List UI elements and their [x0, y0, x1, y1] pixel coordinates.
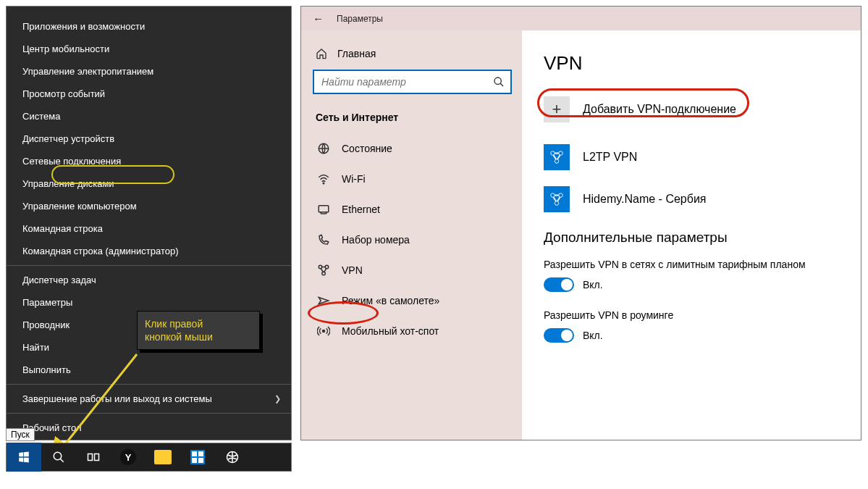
option-label: Разрешить VPN в сетях с лимитным тарифны… [544, 259, 839, 270]
titlebar: ← Параметры [301, 7, 861, 30]
sidebar-item-airplane[interactable]: Режим «в самолете» [313, 285, 519, 316]
taskbar-app-calc[interactable] [180, 443, 215, 472]
winx-item-cmd[interactable]: Командная строка [7, 217, 291, 240]
winx-item-system[interactable]: Система [7, 105, 291, 128]
taskbar: Y [6, 443, 292, 472]
browser-icon [226, 451, 239, 464]
wifi-icon [317, 172, 330, 185]
winx-item-devmgr[interactable]: Диспетчер устройств [7, 128, 291, 150]
svg-point-6 [319, 265, 322, 269]
toggle-metered[interactable]: Вкл. [544, 277, 839, 292]
winx-item-settings[interactable]: Параметры [7, 291, 291, 314]
ethernet-icon [317, 203, 330, 216]
separator [7, 265, 291, 266]
winx-item-taskmgr[interactable]: Диспетчер задач [7, 269, 291, 291]
svg-point-8 [322, 272, 326, 275]
option-label: Разрешить VPN в роуминге [544, 309, 839, 321]
winx-context-menu: Приложения и возможности Центр мобильнос… [6, 6, 292, 440]
winx-item-mobility[interactable]: Центр мобильности [7, 38, 291, 60]
toggle-state: Вкл. [583, 279, 603, 291]
svg-point-16 [54, 452, 62, 460]
vpn-connection-item[interactable]: Hidemy.Name - Сербия [544, 186, 839, 212]
winx-item-explorer[interactable]: Проводник [7, 314, 291, 336]
svg-point-12 [555, 159, 559, 164]
nav-label: Мобильный хот-спот [342, 325, 439, 337]
sidebar-item-ethernet[interactable]: Ethernet [313, 194, 519, 225]
start-button[interactable] [7, 443, 41, 472]
svg-point-10 [551, 151, 555, 156]
hotspot-icon [317, 325, 330, 338]
nav-label: Набор номера [342, 234, 410, 246]
airplane-icon [317, 294, 330, 307]
folder-icon [154, 450, 172, 464]
nav-label: Режим «в самолете» [342, 295, 439, 306]
add-vpn-label: Добавить VPN-подключение [583, 103, 736, 116]
calculator-icon [190, 450, 205, 464]
nav-label: Wi-Fi [342, 173, 366, 185]
winx-item-power[interactable]: Управление электропитанием [7, 60, 291, 83]
window-title: Параметры [337, 14, 383, 24]
taskbar-app-explorer[interactable] [146, 443, 180, 472]
toggle-track [544, 277, 574, 292]
yandex-icon: Y [120, 449, 136, 465]
taskbar-app-browser[interactable] [215, 443, 250, 472]
vpn-connection-icon [544, 186, 570, 212]
sidebar-item-hotspot[interactable]: Мобильный хот-спот [313, 316, 519, 346]
settings-content: VPN + Добавить VPN-подключение L2TP VPN … [522, 30, 861, 440]
search-icon [493, 76, 505, 88]
sidebar-home[interactable]: Главная [313, 42, 522, 70]
settings-window: ← Параметры Главная Сеть и Интернет Сост… [300, 6, 861, 440]
status-icon [317, 142, 330, 155]
svg-point-11 [559, 151, 563, 156]
windows-icon [17, 451, 30, 464]
sidebar-category: Сеть и Интернет [313, 107, 522, 133]
winx-item-diskmgr[interactable]: Управление дисками [7, 172, 291, 195]
toggle-roaming[interactable]: Вкл. [544, 328, 839, 343]
plus-icon: + [544, 96, 570, 122]
nav-label: Состояние [342, 143, 392, 154]
svg-rect-19 [95, 454, 99, 461]
winx-item-search[interactable]: Найти [7, 336, 291, 359]
vpn-icon [317, 264, 330, 277]
winx-item-cmd-admin[interactable]: Командная строка (администратор) [7, 240, 291, 262]
nav-label: Ethernet [342, 204, 380, 215]
separator [7, 413, 291, 414]
svg-point-7 [325, 265, 329, 269]
settings-sidebar: Главная Сеть и Интернет Состояние Wi-Fi [301, 30, 522, 440]
sidebar-item-dialup[interactable]: Набор номера [313, 225, 519, 255]
sidebar-item-status[interactable]: Состояние [313, 133, 519, 164]
sidebar-item-vpn[interactable]: VPN [313, 255, 519, 285]
winx-item-eventviewer[interactable]: Просмотр событий [7, 83, 291, 105]
add-vpn-button[interactable]: + Добавить VPN-подключение [544, 96, 839, 122]
winx-item-compmgmt[interactable]: Управление компьютером [7, 195, 291, 217]
chevron-right-icon: ❯ [274, 394, 281, 404]
svg-line-2 [500, 83, 503, 86]
sidebar-item-wifi[interactable]: Wi-Fi [313, 164, 519, 194]
taskview-icon [87, 451, 100, 464]
svg-line-17 [60, 459, 64, 462]
sidebar-home-label: Главная [337, 48, 376, 59]
search-input[interactable] [321, 76, 488, 88]
winx-item-network[interactable]: Сетевые подключения [7, 150, 291, 172]
search-input-wrapper[interactable] [313, 70, 512, 94]
dialup-icon [317, 233, 330, 246]
svg-point-15 [555, 201, 559, 206]
taskbar-app-yandex[interactable]: Y [111, 443, 146, 472]
section-heading: Дополнительные параметры [544, 230, 839, 246]
start-tooltip: Пуск [6, 428, 35, 441]
svg-point-1 [494, 78, 501, 84]
page-title: VPN [544, 52, 839, 75]
winx-item-apps[interactable]: Приложения и возможности [7, 15, 291, 38]
taskbar-taskview[interactable] [76, 443, 111, 472]
svg-point-4 [323, 183, 324, 184]
winx-item-run[interactable]: Выполнить [7, 359, 291, 381]
separator [7, 384, 291, 385]
vpn-connection-item[interactable]: L2TP VPN [544, 144, 839, 170]
winx-item-shutdown[interactable]: Завершение работы или выход из системы ❯ [7, 388, 291, 410]
toggle-track [544, 328, 574, 343]
winx-item-label: Завершение работы или выход из системы [22, 393, 212, 404]
svg-point-13 [551, 193, 555, 198]
back-button[interactable]: ← [313, 12, 324, 25]
winx-item-desktop[interactable]: Рабочий стол [7, 417, 291, 439]
taskbar-search[interactable] [41, 443, 76, 472]
